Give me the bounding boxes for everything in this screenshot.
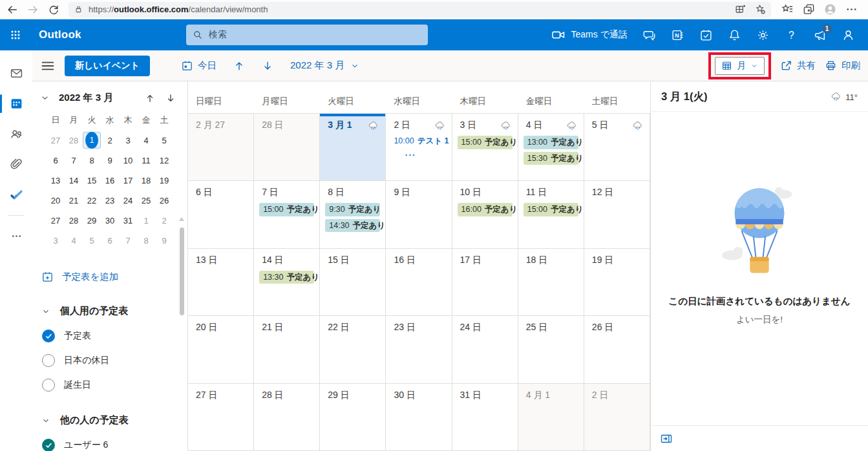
mini-day[interactable]: 15 — [83, 172, 101, 189]
mini-day[interactable]: 9 — [155, 232, 173, 249]
add-calendar-link[interactable]: 予定表を追加 — [41, 271, 187, 283]
calendar-day-cell[interactable]: 8 日9:30予定あり14:30予定あり — [320, 181, 386, 248]
calendar-event[interactable]: 9:30予定あり — [325, 203, 380, 216]
calendar-day-cell[interactable]: 28 日 — [254, 384, 320, 451]
mini-day[interactable]: 3 — [47, 232, 65, 249]
calendar-day-cell[interactable]: 11 日15:00予定あり — [518, 181, 584, 248]
calendar-checkbox-checked[interactable] — [42, 330, 55, 342]
calendar-day-cell[interactable]: 15 日 — [320, 249, 386, 316]
dock-panel-icon[interactable] — [660, 432, 673, 445]
share-button[interactable]: 共有 — [780, 59, 816, 72]
calendar-day-cell[interactable]: 2 月 27 — [188, 114, 254, 181]
calendar-checkbox-checked[interactable] — [42, 439, 55, 451]
calendar-day-cell[interactable]: 10 日16:00予定あり — [452, 181, 518, 248]
calendar-day-cell[interactable]: 13 日 — [188, 249, 254, 316]
mini-day[interactable]: 18 — [137, 172, 155, 189]
mini-day[interactable]: 2 — [101, 132, 119, 149]
view-switcher-button[interactable]: 月 — [715, 57, 765, 75]
collections-icon[interactable] — [803, 3, 815, 16]
mini-day[interactable]: 30 — [101, 212, 119, 229]
rail-item-todo[interactable] — [0, 180, 32, 210]
back-icon[interactable] — [6, 4, 18, 16]
app-launcher-waffle-icon[interactable] — [0, 19, 31, 50]
calendar-day-cell[interactable]: 20 日 — [188, 316, 254, 383]
mini-day[interactable]: 21 — [65, 192, 83, 209]
rail-item-attachments[interactable] — [0, 149, 32, 180]
mini-day[interactable]: 28 — [65, 212, 83, 229]
calendar-event[interactable]: 15:00予定あり — [458, 136, 513, 149]
calendar-day-cell[interactable]: 18 日 — [518, 249, 584, 316]
calendar-day-cell[interactable]: 2 日 — [584, 384, 650, 451]
mini-day[interactable]: 10 — [119, 152, 137, 169]
help-icon[interactable]: ? — [785, 28, 798, 42]
mini-day[interactable]: 4 — [65, 232, 83, 249]
mini-day[interactable]: 31 — [119, 212, 137, 229]
rail-item-more[interactable] — [0, 221, 32, 251]
notifications-bell-icon[interactable] — [728, 28, 741, 42]
calendar-day-cell[interactable]: 30 日 — [386, 384, 452, 451]
refresh-icon[interactable] — [48, 4, 59, 16]
new-event-button[interactable]: 新しいイベント — [65, 56, 150, 76]
mini-day[interactable]: 22 — [83, 192, 101, 209]
app-name[interactable]: Outlook — [39, 28, 81, 41]
calendar-event[interactable]: 10:00テスト 1 — [391, 136, 446, 145]
calendar-day-cell[interactable]: 14 日13:30予定あり — [254, 249, 320, 316]
onenote-icon[interactable]: N — [671, 28, 684, 42]
hamburger-menu-icon[interactable] — [40, 58, 56, 74]
mini-day[interactable]: 20 — [47, 192, 65, 209]
calendar-event[interactable]: 16:00予定あり — [458, 203, 513, 216]
calendar-list-item[interactable]: 予定表 — [32, 324, 187, 348]
calendar-checkbox-unchecked[interactable] — [42, 354, 55, 367]
mini-day[interactable]: 6 — [101, 232, 119, 249]
mini-day[interactable]: 7 — [65, 152, 83, 169]
mini-day[interactable]: 29 — [83, 212, 101, 229]
search-input[interactable]: 検索 — [186, 25, 428, 45]
calendar-event[interactable]: 15:00予定あり — [524, 203, 578, 216]
calendar-list-item[interactable]: 誕生日 — [32, 373, 187, 397]
calendar-day-cell[interactable]: 5 日 — [584, 114, 650, 181]
mini-day[interactable]: 26 — [155, 192, 173, 209]
previous-month-arrow[interactable] — [233, 60, 245, 72]
calendar-day-cell[interactable]: 2 日10:00テスト 1... — [386, 114, 452, 181]
tasks-icon[interactable] — [699, 28, 713, 42]
next-month-arrow[interactable] — [262, 60, 273, 72]
mini-day-selected[interactable]: 1 — [83, 132, 101, 149]
rail-item-people[interactable] — [0, 119, 32, 149]
mini-day[interactable]: 28 — [65, 132, 83, 149]
mini-day[interactable]: 25 — [137, 192, 155, 209]
print-button[interactable]: 印刷 — [825, 59, 860, 72]
mini-day[interactable]: 16 — [101, 172, 119, 189]
mini-day[interactable]: 12 — [155, 152, 173, 169]
add-favorite-icon[interactable] — [755, 4, 766, 15]
mini-day[interactable]: 11 — [137, 152, 155, 169]
calendar-section-header[interactable]: 個人用の予定表 — [32, 299, 187, 324]
calendar-list-item[interactable]: 日本の休日 — [32, 348, 187, 373]
rail-item-mail[interactable] — [0, 58, 32, 89]
account-person-icon[interactable] — [842, 28, 855, 42]
mini-day[interactable]: 27 — [47, 212, 65, 229]
mini-day[interactable]: 23 — [101, 192, 119, 209]
calendar-day-cell[interactable]: 3 月 1 — [320, 114, 386, 181]
collapse-chevron-icon[interactable] — [40, 93, 50, 103]
calendar-day-cell[interactable]: 4 月 1 — [518, 384, 584, 451]
calendar-event[interactable]: 15:30予定あり — [524, 152, 578, 165]
calendar-day-cell[interactable]: 23 日 — [386, 316, 452, 383]
calendar-day-cell[interactable]: 31 日 — [452, 384, 518, 451]
calendar-day-cell[interactable]: 28 日 — [254, 114, 320, 181]
chat-icon[interactable] — [642, 28, 656, 42]
mini-day[interactable]: 3 — [119, 132, 137, 149]
calendar-day-cell[interactable]: 17 日 — [452, 249, 518, 316]
calendar-day-cell[interactable]: 12 日 — [584, 181, 650, 248]
sidebar-scrollbar-arrow[interactable] — [179, 217, 184, 221]
settings-gear-icon[interactable] — [756, 28, 770, 42]
calendar-day-cell[interactable]: 27 日 — [188, 384, 254, 451]
calendar-day-cell[interactable]: 21 日 — [254, 316, 320, 383]
mini-day[interactable]: 6 — [47, 152, 65, 169]
rail-item-calendar[interactable] — [0, 89, 32, 119]
mini-day[interactable]: 7 — [119, 232, 137, 249]
mini-day[interactable]: 24 — [119, 192, 137, 209]
address-bar[interactable]: https://outlook.office.com/calendar/view… — [69, 2, 771, 17]
mini-day[interactable]: 5 — [83, 232, 101, 249]
calendar-day-cell[interactable]: 4 日13:00予定あり15:30予定あり — [518, 114, 584, 181]
forward-icon[interactable] — [27, 4, 39, 16]
